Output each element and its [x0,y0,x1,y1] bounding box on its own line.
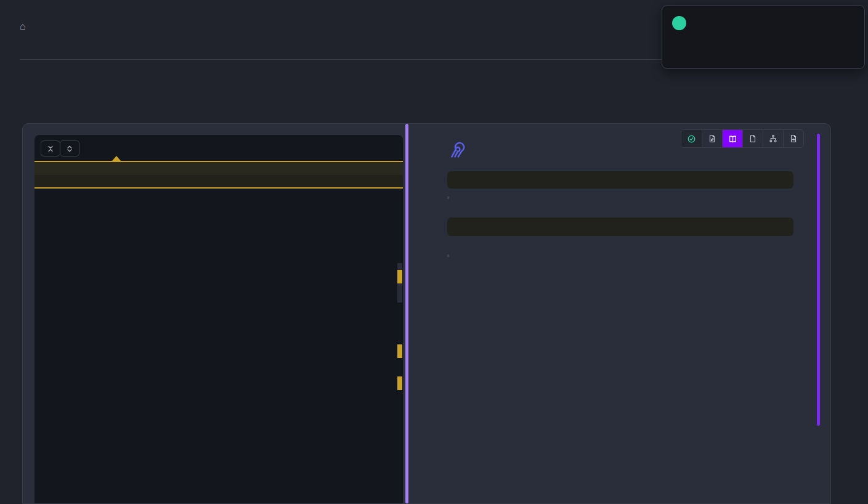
docs-scrollbar[interactable] [817,134,820,426]
problems-header [34,162,403,175]
examples-code-block [447,217,793,236]
tree-icon[interactable] [763,130,783,147]
property-description [447,254,793,257]
flow-overview-card [22,123,831,504]
file-edit-icon[interactable] [702,130,722,147]
problems-message[interactable] [34,175,403,187]
toast-success [662,5,865,69]
docs-toolbar [681,129,804,148]
check-circle-icon[interactable] [681,130,702,147]
file-export-icon[interactable] [783,130,803,147]
fold-all-icon[interactable] [41,140,60,156]
warning-marker [397,376,402,390]
type-code-block [447,171,793,189]
editor-toolbar [41,140,403,156]
unfold-all-icon[interactable] [60,140,79,156]
yaml-editor[interactable] [34,135,403,503]
home-icon[interactable]: ⌂ [20,21,26,32]
code-area [34,161,403,189]
plugin-docs-panel [408,124,830,503]
overview-ruler[interactable] [397,135,403,503]
warning-marker [397,344,402,358]
check-circle-icon [672,16,686,30]
warning-marker [397,270,402,283]
airbyte-logo-icon [447,140,467,160]
plugin-description [447,197,793,199]
file-icon[interactable] [742,130,763,147]
book-open-icon[interactable] [722,130,742,147]
peek-caret [112,156,121,161]
problems-panel [34,161,403,189]
